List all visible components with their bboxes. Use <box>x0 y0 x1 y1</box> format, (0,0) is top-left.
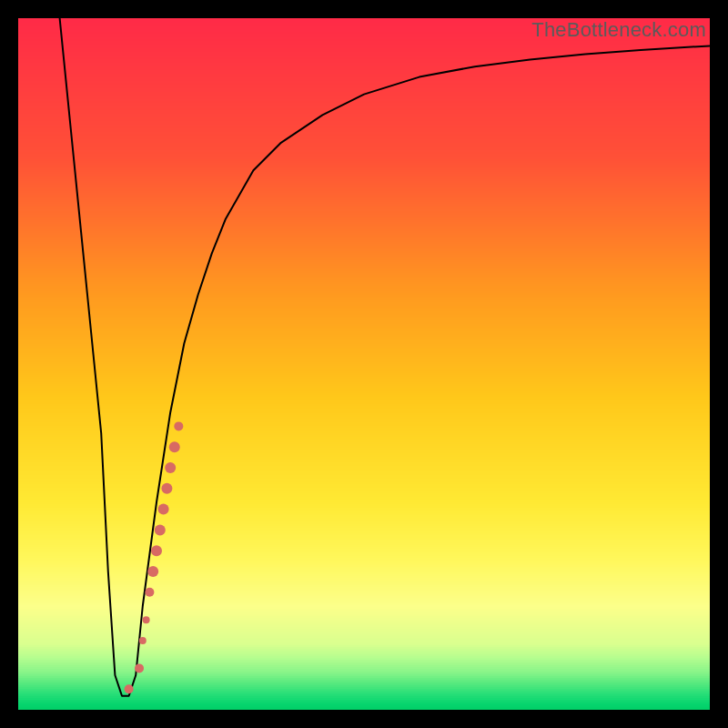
sample-dot <box>151 545 162 556</box>
sample-dot <box>155 524 166 535</box>
sample-dot <box>169 441 180 452</box>
sample-dot <box>161 483 172 494</box>
sample-dot <box>135 663 144 672</box>
bottleneck-curve <box>60 18 710 696</box>
chart-overlay <box>18 18 710 710</box>
sample-dot <box>139 637 147 644</box>
sample-dot <box>145 588 154 597</box>
sample-dot <box>158 504 169 515</box>
sample-dot <box>174 421 183 430</box>
chart-frame: TheBottleneck.com <box>0 0 728 728</box>
sample-dot <box>147 566 158 577</box>
sample-dot <box>143 616 150 623</box>
sample-dot <box>125 684 134 693</box>
sample-dot <box>165 462 176 473</box>
plot-area: TheBottleneck.com <box>18 18 710 710</box>
